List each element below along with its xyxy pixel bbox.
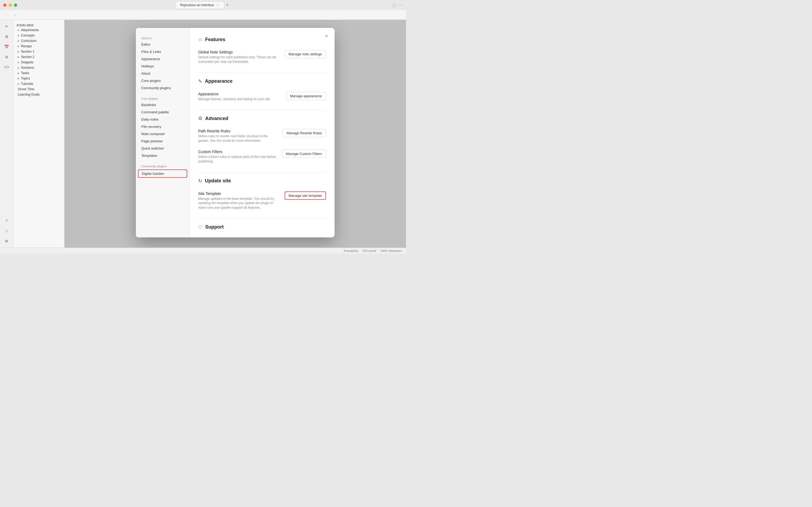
update-site-section-header: ↻ Update site <box>198 178 326 184</box>
sidebar-item-templates[interactable]: Templates <box>136 152 189 159</box>
help-icon[interactable]: ☆ <box>2 227 11 235</box>
sidebar-item-files-links[interactable]: Files & Links <box>136 48 189 55</box>
manage-note-settings-button[interactable]: Manage note settings <box>285 50 326 58</box>
file-tree-item-label: Curriculum <box>21 39 37 43</box>
support-section-header: ♡ Support <box>198 224 326 230</box>
manage-appearance-button[interactable]: Manage appearance <box>286 92 326 100</box>
manage-rewrite-rules-button[interactable]: Manage Rewrite Rules <box>283 129 326 137</box>
app-sidebar: ✏ ⊞ 📅 ⧉ </> ? ☆ ⚙ <box>0 20 13 247</box>
file-tree-curriculum[interactable]: ▶ Curriculum <box>13 38 64 44</box>
file-tree-item-label: Attachments <box>21 28 39 32</box>
question-icon[interactable]: ? <box>2 216 11 225</box>
window-controls-icon[interactable]: ⋯ <box>399 3 403 7</box>
file-tree-section1[interactable]: ▶ Section 1 <box>13 49 64 54</box>
new-note-icon[interactable]: ✏ <box>2 22 11 31</box>
new-tab-button[interactable]: + <box>224 2 230 8</box>
back-button[interactable]: ← <box>4 12 10 18</box>
minimize-traffic-light[interactable] <box>9 3 12 7</box>
code-icon[interactable]: </> <box>2 63 11 71</box>
file-tree-learning-goals[interactable]: Learning Goals <box>13 92 64 97</box>
tab-bar: Reproduce an Interface × + <box>176 1 230 9</box>
divider-3 <box>198 172 326 173</box>
settings-modal: Options Editor Files & Links Appearance … <box>136 28 335 237</box>
close-traffic-light[interactable] <box>3 3 6 7</box>
file-tree-item-label: Recaps <box>21 44 32 48</box>
toolbar-nav: ← → <box>4 12 18 18</box>
sidebar-item-editor[interactable]: Editor <box>136 41 189 48</box>
copy-icon[interactable]: ⧉ <box>2 53 11 61</box>
main-area: ✏ ⊞ 📅 ⧉ </> ? ☆ ⚙ ICS3U-2023 ▶ Attachmen… <box>0 20 406 247</box>
community-plugins-section-label: Community plugins <box>136 163 189 169</box>
file-tree-snippets[interactable]: ▶ Snippets <box>13 60 64 65</box>
calendar-icon[interactable]: 📅 <box>2 43 11 51</box>
sidebar-item-file-recovery[interactable]: File recovery <box>136 123 189 130</box>
sidebar-toggle-icon[interactable]: ⬜ <box>391 3 396 7</box>
file-tree-item-label: Tutorials <box>21 82 33 86</box>
file-tree-section2[interactable]: ▶ Section 2 <box>13 54 64 60</box>
file-tree-recaps[interactable]: ▶ Recaps <box>13 44 64 49</box>
chevron-icon: ▶ <box>18 35 19 37</box>
advanced-section-header: ⚙ Advanced <box>198 115 326 121</box>
custom-filters-desc: Define custom rules to replace parts of … <box>198 155 278 164</box>
content-area: HStack .leading Options Editor Files & L… <box>64 20 406 247</box>
support-title: Support <box>205 224 224 230</box>
settings-icon[interactable]: ⚙ <box>2 237 11 245</box>
modal-close-button[interactable]: × <box>323 32 330 40</box>
backlinks-count: 8 backlinks <box>344 249 358 252</box>
maximize-traffic-light[interactable] <box>14 3 17 7</box>
path-rewrite-title: Path Rewrite Rules <box>198 129 278 133</box>
sidebar-item-quick-switcher[interactable]: Quick switcher <box>136 145 189 152</box>
file-tree-grove-time[interactable]: Grove Time <box>13 87 64 92</box>
sidebar-item-community-plugins[interactable]: Community plugins <box>136 84 189 92</box>
file-tree-tutorials[interactable]: ▶ Tutorials <box>13 81 64 87</box>
chevron-icon: ▶ <box>18 67 19 69</box>
chevron-icon: ▶ <box>18 72 19 74</box>
custom-filters-info: Custom Filters Define custom rules to re… <box>198 150 278 164</box>
file-tree-item-label: Topics <box>21 76 30 80</box>
refresh-icon: ↻ <box>198 178 202 184</box>
star-icon: ☆ <box>198 37 202 43</box>
manage-site-template-button[interactable]: Manage site template <box>285 191 326 200</box>
file-tree-tasks[interactable]: ▶ Tasks <box>13 70 64 76</box>
file-tree-item-label: Tasks <box>21 71 29 75</box>
sidebar-item-note-composer[interactable]: Note composer <box>136 130 189 137</box>
file-sidebar: ICS3U-2023 ▶ Attachments ▶ Concepts ▶ Cu… <box>13 20 64 247</box>
file-tree-attachments[interactable]: ▶ Attachments <box>13 27 64 33</box>
toolbar: ← → <box>0 10 406 20</box>
file-tree-solutions[interactable]: ▶ Solutions <box>13 65 64 70</box>
explorer-icon[interactable]: ⊞ <box>2 32 11 41</box>
pen-icon: ✎ <box>198 78 202 84</box>
sidebar-item-daily-notes[interactable]: Daily notes <box>136 116 189 123</box>
file-tree-item-label: Learning Goals <box>18 93 40 97</box>
manage-rewrite-action: Manage Rewrite Rules <box>283 129 326 137</box>
sidebar-item-digital-garden[interactable]: Digital Garden <box>138 169 187 178</box>
forward-button[interactable]: → <box>12 12 18 18</box>
file-tree-item-label: Solutions <box>21 66 34 69</box>
custom-filters-title: Custom Filters <box>198 150 278 154</box>
sidebar-item-about[interactable]: About <box>136 70 189 77</box>
tab-close-button[interactable]: × <box>216 3 220 7</box>
file-tree-topics[interactable]: ▶ Topics <box>13 76 64 81</box>
modal-content: × ☆ Features Global Note Settings Defaul… <box>189 28 335 237</box>
global-note-settings-desc: Default settings for each published note… <box>198 55 280 64</box>
active-tab[interactable]: Reproduce an Interface × <box>176 1 224 9</box>
chevron-icon: ▶ <box>18 77 19 80</box>
sidebar-item-appearance[interactable]: Appearance <box>136 55 189 63</box>
site-template-desc: Manage updates to the base template. You… <box>198 196 280 210</box>
manage-custom-filters-button[interactable]: Manage Custom Filters <box>282 150 326 158</box>
chevron-icon: ▶ <box>18 51 19 53</box>
manage-custom-filters-action: Manage Custom Filters <box>282 150 326 158</box>
sidebar-item-backlinks[interactable]: Backlinks <box>136 101 189 109</box>
file-tree-item-label: Section 1 <box>21 50 35 53</box>
path-rewrite-info: Path Rewrite Rules Define rules to rewri… <box>198 129 278 143</box>
core-plugins-section-label: Core plugins <box>136 95 189 101</box>
sidebar-item-hotkeys[interactable]: Hotkeys <box>136 63 189 70</box>
traffic-lights <box>3 3 17 7</box>
sidebar-item-page-preview[interactable]: Page preview <box>136 137 189 145</box>
sidebar-item-core-plugins[interactable]: Core plugins <box>136 77 189 84</box>
character-count: 3434 characters <box>381 249 402 252</box>
modal-sidebar: Options Editor Files & Links Appearance … <box>136 28 189 237</box>
sidebar-item-command-palette[interactable]: Command palette <box>136 109 189 116</box>
file-tree-concepts[interactable]: ▶ Concepts <box>13 33 64 38</box>
chevron-icon: ▶ <box>18 61 19 64</box>
